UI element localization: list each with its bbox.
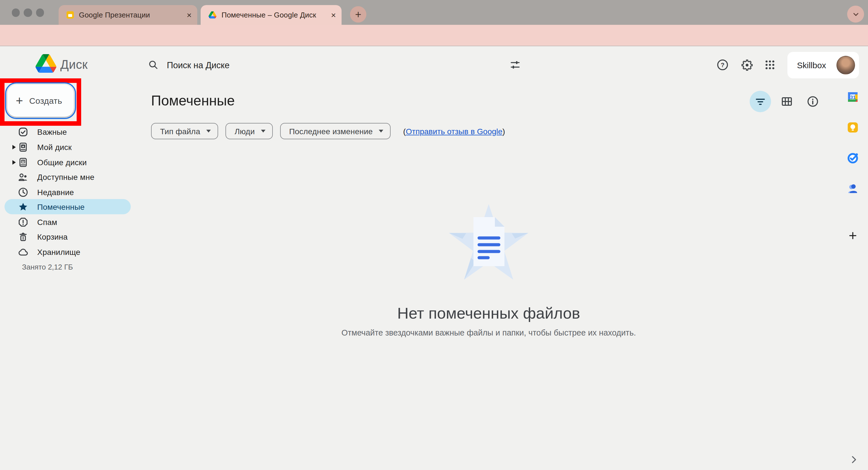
list-filter-toggle[interactable] xyxy=(750,91,771,112)
recent-clock-icon xyxy=(18,186,29,198)
browser-tab-drive[interactable]: Помеченные – Google Диск × xyxy=(200,5,342,25)
new-tab-button[interactable]: + xyxy=(350,6,366,23)
google-slides-favicon xyxy=(66,11,74,19)
trash-icon xyxy=(18,231,29,242)
window-minimize-button[interactable] xyxy=(24,8,32,17)
account-chip[interactable]: Skillbox xyxy=(787,52,859,78)
create-button[interactable]: + Создать xyxy=(7,85,74,117)
filter-chip-modified[interactable]: Последнее изменение xyxy=(280,123,391,139)
chevron-down-icon xyxy=(261,130,266,133)
close-tab-icon[interactable]: × xyxy=(187,11,192,19)
screen: Google Презентации × Помеченные – Google… xyxy=(0,0,868,470)
filter-list-icon xyxy=(754,95,767,108)
sidebar-item-storage[interactable]: Хранилище xyxy=(4,244,131,259)
chevron-down-icon xyxy=(379,130,383,133)
priority-icon xyxy=(18,126,29,137)
plus-icon: + xyxy=(16,93,23,108)
empty-state-title: Нет помеченных файлов xyxy=(263,304,714,323)
window-zoom-button[interactable] xyxy=(36,8,44,17)
google-tasks-icon[interactable] xyxy=(846,152,859,164)
account-avatar[interactable] xyxy=(836,56,855,75)
sidebar-item-spam[interactable]: Спам xyxy=(4,214,131,230)
cloud-storage-icon xyxy=(18,246,29,257)
send-feedback-link[interactable]: Отправить отзыв в Google xyxy=(406,126,502,136)
tab-title: Google Презентации xyxy=(79,11,182,19)
help-icon[interactable]: ? xyxy=(716,59,729,71)
search-placeholder: Поиск на Диске xyxy=(167,60,229,70)
sidebar-item-shared-drives[interactable]: Общие диски xyxy=(4,154,131,170)
filter-chip-file-type[interactable]: Тип файла xyxy=(151,123,218,139)
chevron-down-icon xyxy=(206,130,211,133)
feedback-line: (Отправить отзыв в Google) xyxy=(403,126,505,136)
tab-title: Помеченные – Google Диск xyxy=(221,11,327,19)
google-drive-app xyxy=(0,46,868,470)
sidebar-item-recent[interactable]: Недавние xyxy=(4,184,131,200)
browser-tab-slides[interactable]: Google Презентации × xyxy=(59,5,197,25)
close-tab-icon[interactable]: × xyxy=(331,11,336,19)
plus-icon: + xyxy=(848,227,857,243)
window-close-button[interactable] xyxy=(11,8,20,17)
star-icon xyxy=(18,201,29,212)
search-icon xyxy=(148,60,158,70)
google-drive-favicon xyxy=(209,11,216,19)
empty-starred-illustration xyxy=(443,202,534,284)
sidebar-item-shared-with-me[interactable]: Доступные мне xyxy=(4,169,131,184)
svg-text:?: ? xyxy=(721,61,724,68)
side-panel-add-button[interactable]: + xyxy=(845,227,860,244)
filter-chip-row: Тип файла Люди Последнее изменение (Отпр… xyxy=(151,123,505,139)
expand-arrow-icon[interactable] xyxy=(12,145,16,149)
filter-chip-people[interactable]: Люди xyxy=(225,123,273,139)
account-name: Skillbox xyxy=(797,60,826,70)
plus-icon: + xyxy=(355,8,361,21)
svg-text:31: 31 xyxy=(850,94,856,100)
google-keep-icon[interactable] xyxy=(846,121,859,134)
info-icon[interactable] xyxy=(807,95,819,108)
search-options-tune-icon[interactable] xyxy=(509,59,521,70)
search-input[interactable]: Поиск на Диске xyxy=(141,53,530,77)
google-contacts-icon[interactable] xyxy=(846,182,859,195)
settings-gear-icon[interactable] xyxy=(741,59,753,71)
create-button-label: Создать xyxy=(29,96,62,106)
tab-overview-button[interactable] xyxy=(847,6,864,23)
sidebar-item-priority[interactable]: Важные xyxy=(4,124,131,139)
storage-used-label: Занято 2,12 ГБ xyxy=(22,263,73,271)
drive-logo[interactable] xyxy=(35,54,56,73)
show-side-panel-chevron-icon[interactable] xyxy=(849,454,859,465)
spam-icon xyxy=(18,216,29,228)
browser-toolbar: drive.google.com/drive/starred?hl=ru xyxy=(0,25,868,46)
sidebar-item-trash[interactable]: Корзина xyxy=(4,229,131,244)
my-drive-icon xyxy=(18,141,29,152)
app-title: Диск xyxy=(60,58,88,72)
page-title: Помеченные xyxy=(151,92,235,109)
grid-view-icon[interactable] xyxy=(781,95,793,108)
shared-with-me-icon xyxy=(18,171,29,182)
chevron-down-icon xyxy=(852,10,859,18)
browser-tab-strip: Google Презентации × Помеченные – Google… xyxy=(0,0,868,25)
google-calendar-icon[interactable]: 31 xyxy=(846,91,859,103)
sidebar-item-my-drive[interactable]: Мой диск xyxy=(4,139,131,154)
expand-arrow-icon[interactable] xyxy=(12,160,16,165)
apps-grid-icon[interactable] xyxy=(764,59,776,71)
shared-drives-icon xyxy=(18,156,29,168)
sidebar-item-starred[interactable]: Помеченные xyxy=(4,199,131,214)
empty-state-subtitle: Отмечайте звездочками важные файлы и пап… xyxy=(263,328,714,337)
